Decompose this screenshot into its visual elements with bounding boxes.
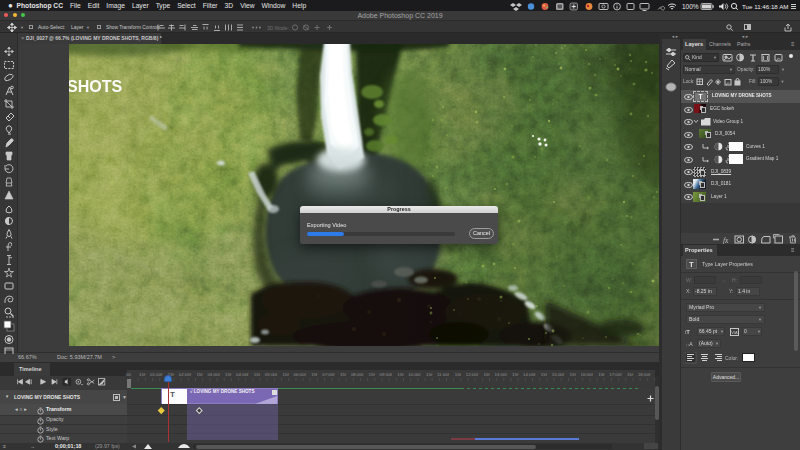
svg-text:100%: 100% — [682, 3, 699, 10]
svg-text:3D Mode:: 3D Mode: — [267, 25, 289, 31]
svg-text:SHOTS: SHOTS — [69, 78, 122, 95]
svg-text:Tue 11:46:18 AM: Tue 11:46:18 AM — [742, 3, 788, 10]
